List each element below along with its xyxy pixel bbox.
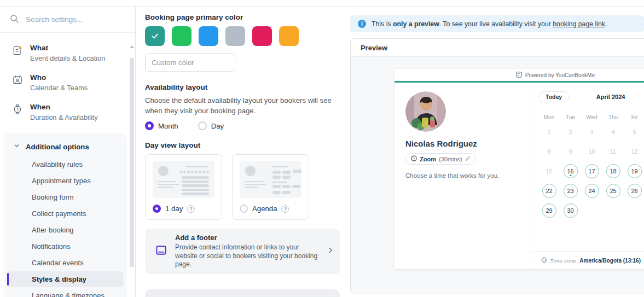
footer-icon — [155, 244, 167, 259]
1day-layout-thumbnail — [153, 161, 214, 198]
layout-card-agenda[interactable]: Agenda ? — [232, 154, 309, 220]
today-button[interactable]: Today — [538, 91, 569, 102]
day-label: Day — [211, 122, 224, 130]
calendar-day-17[interactable]: 17 — [585, 164, 599, 178]
chevron-right-icon — [326, 246, 334, 257]
custom-color-input[interactable] — [146, 54, 235, 71]
timezone-label: Time zone — [550, 258, 577, 264]
calendar-day-headers: MonTueWedThuFri — [538, 114, 644, 120]
radio-1day[interactable] — [153, 205, 161, 213]
agenda-help-icon[interactable]: ? — [281, 205, 289, 213]
globe-icon — [541, 255, 547, 265]
calendar-day-24[interactable]: 24 — [585, 184, 599, 198]
preview-column: i This is only a preview. To see your li… — [350, 15, 644, 294]
scrollbar-thumb[interactable] — [130, 58, 134, 267]
section-subtitle: Calendar & Teams — [30, 84, 88, 92]
search-settings-row — [0, 7, 135, 33]
duration-icon — [12, 104, 23, 117]
agenda-label: Agenda — [252, 205, 277, 213]
radio-agenda[interactable] — [240, 205, 248, 213]
calendar-day-30[interactable]: 30 — [564, 203, 578, 218]
calendar-cell: 1 — [538, 122, 560, 142]
calendar-day-29[interactable]: 29 — [542, 203, 556, 218]
radio-month[interactable] — [145, 121, 154, 130]
calendar-cell: 8 — [538, 142, 560, 161]
save-button[interactable]: No changes to save — [145, 289, 340, 297]
meeting-type-pill[interactable]: Zoom (30mins) — [405, 153, 476, 165]
color-swatch-4[interactable] — [225, 26, 245, 46]
color-swatch-3[interactable] — [199, 26, 218, 46]
booking-page-link[interactable]: booking page link — [553, 20, 605, 28]
color-swatch-6[interactable] — [279, 26, 299, 46]
sidebar-item-appointment-types[interactable]: Appointment types — [8, 173, 124, 189]
sidebar-item-calendar-events[interactable]: Calendar events — [8, 255, 124, 271]
day-header-tue: Tue — [566, 114, 575, 120]
chevron-down-icon — [13, 142, 20, 152]
timezone-value: America/Bogota (13:16) — [579, 258, 641, 264]
calendar-cell: 2 — [560, 122, 581, 142]
calendar-cell: 5 — [624, 122, 644, 142]
clock-icon — [411, 155, 417, 162]
calendar-day-18[interactable]: 18 — [606, 164, 620, 178]
settings-sidebar: WhatEvent details & LocationWhoCalendar … — [0, 7, 136, 297]
sidebar-item-booking-form[interactable]: Booking form — [8, 189, 124, 205]
meeting-type: Zoom — [420, 156, 436, 162]
add-footer-banner[interactable]: Add a footer Provide contact information… — [145, 229, 340, 274]
booking-page-preview: Powered by YouCanBookMe — [394, 69, 644, 269]
add-footer-description: Provide contact information or links to … — [175, 243, 318, 269]
layout-card-1day[interactable]: 1 day ? — [145, 154, 222, 220]
color-swatch-1-selected[interactable] — [145, 26, 165, 46]
1day-help-icon[interactable]: ? — [187, 205, 195, 213]
calendar-grid: 1234589101112151617181922232425262930 — [538, 122, 644, 220]
sidebar-item-after-booking[interactable]: After booking — [8, 222, 124, 238]
calendar-cell: 12 — [624, 142, 644, 161]
calendar-day-12: 12 — [631, 148, 637, 155]
section-title: When — [30, 103, 98, 111]
color-swatch-2[interactable] — [172, 26, 192, 46]
day-header-thu: Thu — [608, 114, 618, 120]
day-header-mon: Mon — [544, 114, 554, 120]
sidebar-item-notifications[interactable]: Notifications — [8, 238, 124, 254]
section-title: Who — [30, 73, 88, 81]
calendar-day-26[interactable]: 26 — [628, 184, 642, 198]
calendar-day-25[interactable]: 25 — [606, 184, 620, 198]
sidebar-item-styles-display[interactable]: Styles & display — [8, 271, 124, 287]
sidebar-item-availability-rules[interactable]: Availability rules — [8, 156, 124, 172]
calendar-cell: 9 — [560, 142, 581, 161]
color-swatch-5[interactable] — [252, 26, 272, 46]
sidebar-item-collect-payments[interactable]: Collect payments — [8, 206, 124, 222]
additional-options-toggle[interactable]: Additional options — [4, 137, 127, 156]
sidebar-item-when[interactable]: WhenDuration & Availability — [4, 98, 127, 127]
sidebar-item-who[interactable]: WhoCalendar & Teams — [4, 68, 127, 98]
powered-by-label: Powered by YouCanBookMe — [525, 72, 595, 78]
preview-card: Preview Powered by YouCanBookMe — [350, 38, 644, 294]
radio-day[interactable] — [198, 121, 207, 130]
calendar-day-23[interactable]: 23 — [564, 184, 578, 198]
calendar-day-16[interactable]: 16 — [564, 164, 578, 178]
search-settings-input[interactable] — [25, 15, 112, 24]
calendar-cell: 3 — [581, 122, 602, 142]
timezone-row[interactable]: Time zone America/Bogota (13:16) — [530, 251, 644, 269]
sidebar-item-what[interactable]: WhatEvent details & Location — [4, 39, 127, 68]
day-header-fri: Fri — [631, 114, 638, 120]
preview-body: Powered by YouCanBookMe — [351, 57, 644, 294]
calendar-day-15: 15 — [546, 168, 552, 174]
section-subtitle: Event details & Location — [30, 54, 105, 62]
scrollbar-up-arrow-icon[interactable] — [130, 45, 134, 48]
preview-info-banner: i This is only a preview. To see your li… — [350, 15, 644, 32]
sidebar-item-language-timezones[interactable]: Language & timezones — [8, 288, 124, 297]
availability-option-month[interactable]: Month — [145, 121, 178, 130]
calendar-day-19[interactable]: 19 — [628, 164, 642, 178]
primary-color-title: Booking page primary color — [145, 13, 340, 21]
calendar-month-label: April 2024 — [569, 94, 644, 100]
banner-text: This is only a preview. To see your live… — [372, 20, 607, 28]
sidebar-scrollbar[interactable] — [129, 33, 135, 297]
calendar-day-22[interactable]: 22 — [542, 184, 556, 198]
section-title: What — [30, 44, 105, 52]
edit-pencil-icon[interactable] — [465, 156, 471, 162]
calendar-cell: 11 — [602, 142, 624, 161]
day-view-layout-title: Day view layout — [145, 141, 340, 149]
calendar-divider — [538, 108, 640, 108]
availability-option-day[interactable]: Day — [198, 121, 224, 130]
choose-time-prompt: Choose a time that works for you. — [405, 172, 519, 179]
